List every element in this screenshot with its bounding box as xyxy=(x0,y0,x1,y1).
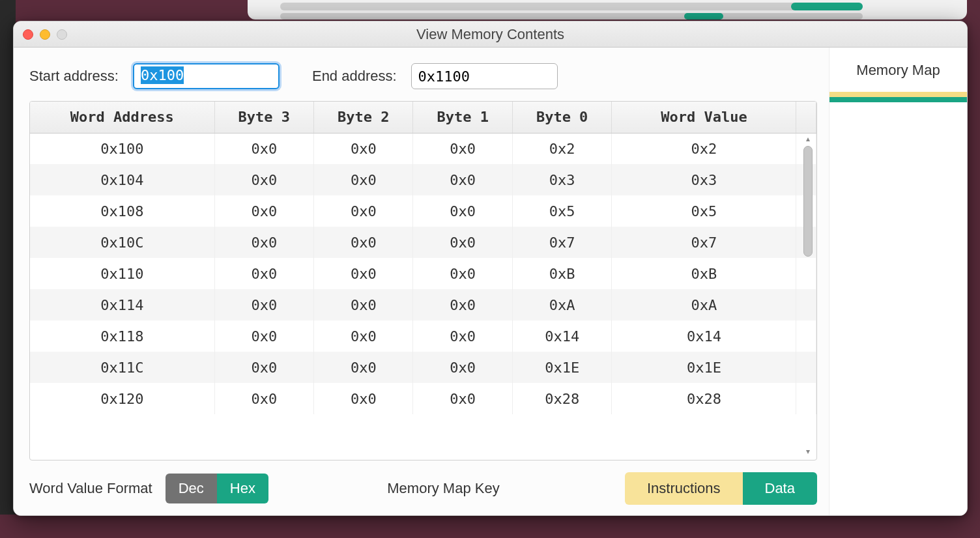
cell-wv: 0x7 xyxy=(612,227,796,258)
cell-wv: 0x1E xyxy=(612,352,796,383)
col-spare xyxy=(796,102,816,133)
col-word-address[interactable]: Word Address xyxy=(30,102,214,133)
cell-b3: 0x0 xyxy=(214,383,313,414)
start-address-input[interactable]: 0x100 xyxy=(133,63,280,89)
col-byte-0[interactable]: Byte 0 xyxy=(512,102,611,133)
background-teal-bar xyxy=(791,3,863,10)
maximize-icon[interactable] xyxy=(57,29,67,40)
cell-b3: 0x0 xyxy=(214,227,313,258)
cell-b2: 0x0 xyxy=(314,383,413,414)
cell-b0: 0x7 xyxy=(512,227,611,258)
cell-b0: 0x28 xyxy=(512,383,611,414)
cell-wv: 0x3 xyxy=(612,164,796,195)
cell-b3: 0x0 xyxy=(214,352,313,383)
cell-b1: 0x0 xyxy=(413,258,512,289)
background-teal-bar-2 xyxy=(684,13,723,20)
cell-addr: 0x100 xyxy=(30,133,214,164)
start-address-label: Start address: xyxy=(29,68,119,85)
background-bar xyxy=(280,3,863,10)
table-header-row: Word Address Byte 3 Byte 2 Byte 1 Byte 0… xyxy=(30,102,816,133)
memory-table-container: Word Address Byte 3 Byte 2 Byte 1 Byte 0… xyxy=(29,101,817,460)
cell-wv: 0x5 xyxy=(612,195,796,227)
close-icon[interactable] xyxy=(23,29,33,40)
window-controls xyxy=(23,29,67,40)
table-row[interactable]: 0x1200x00x00x00x280x28 xyxy=(30,383,816,414)
cell-addr: 0x118 xyxy=(30,320,214,352)
table-row[interactable]: 0x1140x00x00x00xA0xA xyxy=(30,289,816,320)
scroll-thumb[interactable] xyxy=(803,146,813,257)
memory-map-legend: Instructions Data xyxy=(625,472,817,505)
table-scrollbar[interactable]: ▴ ▾ xyxy=(802,134,814,456)
main-pane: Start address: 0x100 End address: Word A… xyxy=(14,48,829,515)
format-dec-button[interactable]: Dec xyxy=(166,474,217,503)
cell-b2: 0x0 xyxy=(314,195,413,227)
cell-b1: 0x0 xyxy=(413,289,512,320)
cell-b3: 0x0 xyxy=(214,133,313,164)
col-byte-1[interactable]: Byte 1 xyxy=(413,102,512,133)
cell-b0: 0x14 xyxy=(512,320,611,352)
cell-addr: 0x108 xyxy=(30,195,214,227)
end-address-input[interactable] xyxy=(411,63,558,89)
col-word-value[interactable]: Word Value xyxy=(612,102,796,133)
window-title: View Memory Contents xyxy=(416,26,564,43)
cell-b2: 0x0 xyxy=(314,227,413,258)
cell-b2: 0x0 xyxy=(314,258,413,289)
memory-map-stripe-instructions xyxy=(829,92,967,97)
cell-wv: 0x14 xyxy=(612,320,796,352)
scroll-down-icon[interactable]: ▾ xyxy=(803,447,813,456)
cell-b2: 0x0 xyxy=(314,352,413,383)
table-row[interactable]: 0x1100x00x00x00xB0xB xyxy=(30,258,816,289)
legend-data: Data xyxy=(743,472,817,505)
format-hex-button[interactable]: Hex xyxy=(217,474,268,503)
background-bar-2 xyxy=(280,13,863,20)
cell-addr: 0x11C xyxy=(30,352,214,383)
cell-b1: 0x0 xyxy=(413,383,512,414)
cell-b0: 0xB xyxy=(512,258,611,289)
cell-b1: 0x0 xyxy=(413,352,512,383)
cell-b0: 0xA xyxy=(512,289,611,320)
cell-b2: 0x0 xyxy=(314,133,413,164)
table-row[interactable]: 0x1000x00x00x00x20x2 xyxy=(30,133,816,164)
table-row[interactable]: 0x10C0x00x00x00x70x7 xyxy=(30,227,816,258)
cell-b1: 0x0 xyxy=(413,320,512,352)
memory-table: Word Address Byte 3 Byte 2 Byte 1 Byte 0… xyxy=(30,102,816,414)
cell-b0: 0x5 xyxy=(512,195,611,227)
cell-addr: 0x110 xyxy=(30,258,214,289)
cell-wv: 0x28 xyxy=(612,383,796,414)
table-row[interactable]: 0x1040x00x00x00x30x3 xyxy=(30,164,816,195)
format-toggle: Dec Hex xyxy=(166,474,268,503)
cell-addr: 0x114 xyxy=(30,289,214,320)
memory-map-pane: Memory Map xyxy=(829,48,967,515)
cell-addr: 0x120 xyxy=(30,383,214,414)
scroll-up-icon[interactable]: ▴ xyxy=(803,134,813,143)
word-value-format-label: Word Value Format xyxy=(29,480,152,497)
address-controls: Start address: 0x100 End address: xyxy=(29,63,817,89)
cell-wv: 0xB xyxy=(612,258,796,289)
cell-b0: 0x3 xyxy=(512,164,611,195)
cell-b3: 0x0 xyxy=(214,195,313,227)
cell-addr: 0x10C xyxy=(30,227,214,258)
table-row[interactable]: 0x11C0x00x00x00x1E0x1E xyxy=(30,352,816,383)
cell-b3: 0x0 xyxy=(214,320,313,352)
col-byte-3[interactable]: Byte 3 xyxy=(214,102,313,133)
col-byte-2[interactable]: Byte 2 xyxy=(314,102,413,133)
cell-b3: 0x0 xyxy=(214,258,313,289)
cell-b1: 0x0 xyxy=(413,195,512,227)
cell-b2: 0x0 xyxy=(314,320,413,352)
table-row[interactable]: 0x1180x00x00x00x140x14 xyxy=(30,320,816,352)
cell-b3: 0x0 xyxy=(214,289,313,320)
memory-map-heading: Memory Map xyxy=(829,62,967,79)
cell-b0: 0x2 xyxy=(512,133,611,164)
memory-map-key-label: Memory Map Key xyxy=(387,480,499,497)
cell-b3: 0x0 xyxy=(214,164,313,195)
cell-b2: 0x0 xyxy=(314,289,413,320)
cell-b1: 0x0 xyxy=(413,164,512,195)
minimize-icon[interactable] xyxy=(40,29,50,40)
cell-wv: 0x2 xyxy=(612,133,796,164)
cell-b0: 0x1E xyxy=(512,352,611,383)
cell-b2: 0x0 xyxy=(314,164,413,195)
titlebar: View Memory Contents xyxy=(14,21,967,48)
table-row[interactable]: 0x1080x00x00x00x50x5 xyxy=(30,195,816,227)
cell-wv: 0xA xyxy=(612,289,796,320)
footer-controls: Word Value Format Dec Hex Memory Map Key… xyxy=(29,460,817,505)
